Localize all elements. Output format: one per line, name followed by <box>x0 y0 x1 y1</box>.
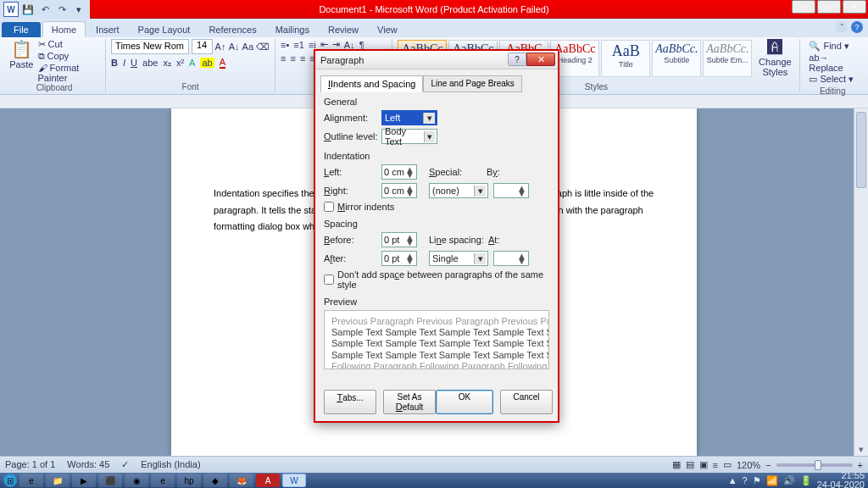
tab-review[interactable]: Review <box>320 22 367 37</box>
font-color-icon[interactable]: A <box>220 57 225 69</box>
taskbar-media-icon[interactable]: ▶ <box>72 474 96 487</box>
tray-flag-icon[interactable]: ⚑ <box>753 475 761 486</box>
save-icon[interactable]: 💾 <box>20 2 36 17</box>
page-status[interactable]: Page: 1 of 1 <box>5 459 55 470</box>
taskbar-app3-icon[interactable]: ◆ <box>203 474 227 487</box>
paste-button[interactable]: 📋 Paste <box>8 39 35 83</box>
dialog-help-button[interactable]: ? <box>508 53 526 66</box>
style-subtitle[interactable]: AaBbCc.Subtitle <box>652 40 701 77</box>
replace-button[interactable]: ab→ Replace <box>809 53 856 73</box>
tabs-button[interactable]: Tabs... <box>324 390 376 414</box>
text-effects-icon[interactable]: A <box>189 58 195 68</box>
select-button[interactable]: ▭ Select ▾ <box>809 74 856 85</box>
view-print-layout-icon[interactable]: ▦ <box>672 459 681 470</box>
mirror-indents-checkbox[interactable] <box>324 202 334 212</box>
clear-formatting-icon[interactable]: ⌫ <box>256 40 270 53</box>
multilevel-icon[interactable]: ≡i <box>309 40 316 50</box>
view-draft-icon[interactable]: ▭ <box>723 459 732 470</box>
italic-button[interactable]: I <box>123 58 125 68</box>
language-status[interactable]: English (India) <box>141 459 200 470</box>
style-subtle-em[interactable]: AaBbCc.Subtle Em... <box>703 40 752 77</box>
zoom-out-icon[interactable]: − <box>765 460 771 470</box>
cancel-button[interactable]: Cancel <box>500 390 553 414</box>
set-as-default-button[interactable]: Set As Default <box>383 390 436 414</box>
restore-button[interactable]: ▭ <box>817 0 841 14</box>
taskbar-edge-icon[interactable]: e <box>151 474 175 487</box>
dont-add-space-checkbox[interactable] <box>324 274 334 285</box>
align-right-icon[interactable]: ≡ <box>300 53 305 64</box>
shrink-font-icon[interactable]: A↓ <box>229 40 240 53</box>
tab-line-page-breaks[interactable]: Line and Page Breaks <box>423 75 521 92</box>
tray-help-icon[interactable]: ? <box>743 475 748 485</box>
format-painter-button[interactable]: 🖌 Format Painter <box>38 63 101 83</box>
tab-view[interactable]: View <box>369 22 406 37</box>
zoom-slider[interactable] <box>776 463 853 467</box>
tab-insert[interactable]: Insert <box>87 22 128 37</box>
view-web-icon[interactable]: ▣ <box>699 459 708 470</box>
highlight-icon[interactable]: ab <box>200 58 214 68</box>
numbering-icon[interactable]: ≡1 <box>293 40 304 50</box>
style-title[interactable]: AaBTitle <box>601 40 650 77</box>
chevron-down-icon[interactable]: ▾ <box>474 253 486 264</box>
tray-date[interactable]: 24-04-2020 <box>817 480 865 488</box>
zoom-level[interactable]: 120% <box>737 460 760 470</box>
tray-expand-icon[interactable]: ▲ <box>728 475 737 485</box>
word-count[interactable]: Words: 45 <box>67 459 109 470</box>
ok-button[interactable]: OK <box>436 390 493 414</box>
alignment-combo[interactable]: Left▾ <box>381 110 437 125</box>
redo-icon[interactable]: ↷ <box>54 2 70 17</box>
minimize-ribbon-icon[interactable]: ˄ <box>836 21 848 33</box>
tray-network-icon[interactable]: 📶 <box>766 475 778 486</box>
tab-references[interactable]: References <box>200 22 264 37</box>
bold-button[interactable]: B <box>111 58 118 68</box>
tab-indents-spacing[interactable]: IIndents and Spacing <box>320 75 423 92</box>
special-combo[interactable]: (none)▾ <box>429 183 488 198</box>
align-center-icon[interactable]: ≡ <box>291 53 296 64</box>
view-fullscreen-icon[interactable]: ▤ <box>686 459 694 470</box>
grow-font-icon[interactable]: A↑ <box>215 40 226 53</box>
tab-mailings[interactable]: Mailings <box>267 22 318 37</box>
at-spinner[interactable]: ▲▼ <box>493 251 529 266</box>
help-icon[interactable]: ? <box>851 21 863 33</box>
taskbar-word-icon[interactable]: W <box>282 474 306 487</box>
font-size-combo[interactable]: 14 <box>192 39 213 54</box>
tab-page-layout[interactable]: Page Layout <box>130 22 199 37</box>
taskbar-firefox-icon[interactable]: 🦊 <box>230 474 253 487</box>
find-button[interactable]: 🔍 Find ▾ <box>809 41 856 52</box>
subscript-button[interactable]: x₂ <box>163 58 171 69</box>
sort-icon[interactable]: A↓ <box>344 40 355 50</box>
tab-home[interactable]: Home <box>42 21 86 37</box>
font-name-combo[interactable]: Times New Rom <box>111 39 189 54</box>
superscript-button[interactable]: x² <box>176 58 184 68</box>
taskbar-pdf-icon[interactable]: A <box>256 474 280 487</box>
change-case-icon[interactable]: Aa <box>242 40 253 53</box>
before-spinner[interactable]: 0 pt▲▼ <box>381 232 417 247</box>
chevron-down-icon[interactable]: ▾ <box>423 113 435 124</box>
taskbar-chrome-icon[interactable]: ◉ <box>125 474 148 487</box>
dialog-close-button[interactable]: ✕ <box>526 53 555 66</box>
copy-button[interactable]: ⧉ Copy <box>38 51 101 62</box>
chevron-down-icon[interactable]: ▾ <box>424 131 435 142</box>
outline-combo[interactable]: Body Text▾ <box>381 129 437 144</box>
by-spinner[interactable]: ▲▼ <box>493 183 529 198</box>
view-outline-icon[interactable]: ≡ <box>713 460 718 470</box>
change-styles-button[interactable]: 🅰 Change Styles <box>755 39 794 77</box>
minimize-button[interactable]: — <box>792 0 815 14</box>
tray-battery-icon[interactable]: 🔋 <box>800 475 812 486</box>
undo-icon[interactable]: ↶ <box>37 2 53 17</box>
strikethrough-button[interactable]: abe <box>142 58 158 68</box>
cut-button[interactable]: ✂ Cut <box>38 39 101 50</box>
taskbar-explorer-icon[interactable]: 📁 <box>46 474 70 487</box>
taskbar-ie-icon[interactable]: e <box>19 474 43 487</box>
tray-volume-icon[interactable]: 🔊 <box>783 475 795 486</box>
taskbar-hp-icon[interactable]: hp <box>177 474 201 487</box>
zoom-in-icon[interactable]: + <box>858 460 863 470</box>
align-left-icon[interactable]: ≡ <box>281 53 286 64</box>
indent-right-spinner[interactable]: 0 cm▲▼ <box>381 183 417 198</box>
taskbar-app1-icon[interactable]: ⬛ <box>98 474 122 487</box>
bullets-icon[interactable]: ≡• <box>281 40 289 50</box>
indent-left-spinner[interactable]: 0 cm▲▼ <box>381 164 417 180</box>
after-spinner[interactable]: 0 pt▲▼ <box>381 251 417 266</box>
underline-button[interactable]: U <box>131 58 137 68</box>
start-button[interactable]: ⊞ <box>3 474 17 487</box>
